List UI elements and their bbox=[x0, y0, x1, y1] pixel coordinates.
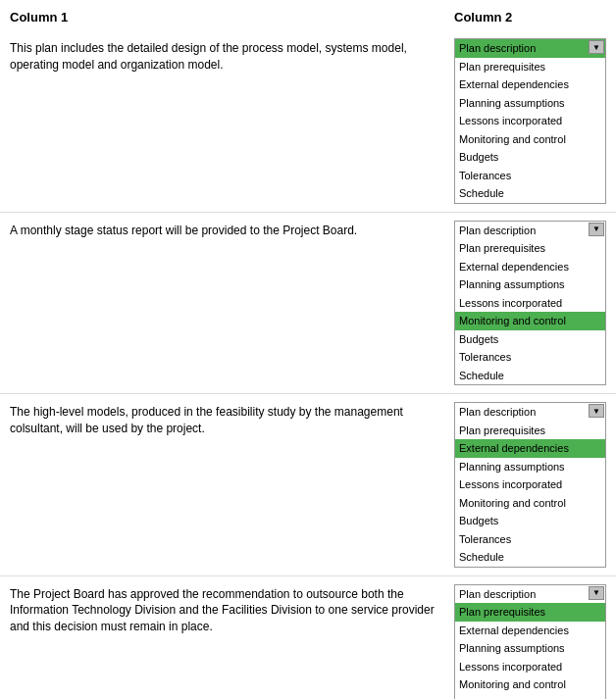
dropdown-item-1-3[interactable]: External dependencies bbox=[455, 75, 605, 94]
column1-header: Column 1 bbox=[10, 10, 454, 25]
data-row-2: A monthly stage status report will be pr… bbox=[0, 213, 616, 395]
dropdown-item-1-4[interactable]: Planning assumptions bbox=[455, 94, 605, 113]
col1-text-3: The high-level models, produced in the f… bbox=[10, 402, 454, 437]
dropdown-arrow-2[interactable]: ▼ bbox=[589, 223, 604, 236]
dropdown-item-2-4[interactable]: Planning assumptions bbox=[455, 275, 605, 294]
dropdown-item-1-6[interactable]: Monitoring and control bbox=[455, 130, 605, 149]
dropdown-item-2-1[interactable]: Plan description bbox=[455, 222, 605, 240]
dropdown-item-2-3[interactable]: External dependencies bbox=[455, 258, 605, 276]
dropdown-arrow-1[interactable]: ▼ bbox=[589, 40, 604, 54]
dropdown-arrow-3[interactable]: ▼ bbox=[589, 404, 604, 418]
dropdown-item-4-4[interactable]: Planning assumptions bbox=[455, 639, 605, 658]
dropdown-item-3-9[interactable]: Schedule bbox=[455, 548, 605, 567]
dropdown-item-3-1[interactable]: Plan description bbox=[455, 403, 605, 422]
dropdown-item-4-3[interactable]: External dependencies bbox=[455, 622, 605, 640]
col2-container-3: ▼Plan descriptionPlan prerequisitesExter… bbox=[454, 402, 606, 568]
dropdown-item-3-5[interactable]: Lessons incorporated bbox=[455, 475, 605, 494]
col2-container-1: ▼Plan descriptionPlan prerequisitesExter… bbox=[454, 38, 606, 204]
dropdown-item-3-6[interactable]: Monitoring and control bbox=[455, 494, 605, 513]
data-row-1: This plan includes the detailed design o… bbox=[0, 30, 616, 213]
page: Column 1 Column 2 This plan includes the… bbox=[0, 0, 616, 699]
dropdown-item-4-6[interactable]: Monitoring and control bbox=[455, 675, 605, 694]
dropdown-item-2-2[interactable]: Plan prerequisites bbox=[455, 239, 605, 258]
data-row-4: The Project Board has approved the recom… bbox=[0, 576, 616, 700]
dropdown-item-2-7[interactable]: Budgets bbox=[455, 330, 605, 349]
dropdown-3[interactable]: ▼Plan descriptionPlan prerequisitesExter… bbox=[454, 402, 606, 568]
rows-container: This plan includes the detailed design o… bbox=[0, 30, 616, 699]
dropdown-item-1-9[interactable]: Schedule bbox=[455, 184, 605, 203]
dropdown-arrow-4[interactable]: ▼ bbox=[589, 586, 604, 600]
dropdown-item-4-5[interactable]: Lessons incorporated bbox=[455, 658, 605, 676]
dropdown-item-1-1[interactable]: Plan description bbox=[455, 39, 605, 58]
data-row-3: The high-level models, produced in the f… bbox=[0, 394, 616, 576]
header-row: Column 1 Column 2 bbox=[0, 10, 616, 30]
dropdown-item-1-7[interactable]: Budgets bbox=[455, 148, 605, 167]
dropdown-item-3-3[interactable]: External dependencies bbox=[455, 439, 605, 458]
dropdown-item-4-2[interactable]: Plan prerequisites bbox=[455, 603, 605, 622]
dropdown-item-2-8[interactable]: Tolerances bbox=[455, 348, 605, 367]
dropdown-item-2-9[interactable]: Schedule bbox=[455, 367, 605, 385]
dropdown-item-4-1[interactable]: Plan description bbox=[455, 585, 605, 604]
dropdown-2[interactable]: ▼Plan descriptionPlan prerequisitesExter… bbox=[454, 221, 606, 386]
dropdown-item-3-7[interactable]: Budgets bbox=[455, 512, 605, 530]
col1-text-2: A monthly stage status report will be pr… bbox=[10, 221, 454, 239]
dropdown-item-4-7[interactable]: Budgets bbox=[455, 694, 605, 700]
col2-container-4: ▼Plan descriptionPlan prerequisitesExter… bbox=[454, 584, 606, 700]
col1-text-1: This plan includes the detailed design o… bbox=[10, 38, 454, 74]
dropdown-item-3-8[interactable]: Tolerances bbox=[455, 530, 605, 549]
dropdown-item-1-2[interactable]: Plan prerequisites bbox=[455, 58, 605, 76]
column2-header: Column 2 bbox=[454, 10, 606, 25]
dropdown-4[interactable]: ▼Plan descriptionPlan prerequisitesExter… bbox=[454, 584, 606, 700]
dropdown-item-3-2[interactable]: Plan prerequisites bbox=[455, 422, 605, 440]
dropdown-item-1-8[interactable]: Tolerances bbox=[455, 167, 605, 185]
col2-container-2: ▼Plan descriptionPlan prerequisitesExter… bbox=[454, 221, 606, 386]
dropdown-1[interactable]: ▼Plan descriptionPlan prerequisitesExter… bbox=[454, 38, 606, 204]
dropdown-item-2-6[interactable]: Monitoring and control bbox=[455, 312, 605, 330]
dropdown-item-1-5[interactable]: Lessons incorporated bbox=[455, 112, 605, 130]
dropdown-item-2-5[interactable]: Lessons incorporated bbox=[455, 294, 605, 313]
dropdown-item-3-4[interactable]: Planning assumptions bbox=[455, 458, 605, 476]
col1-text-4: The Project Board has approved the recom… bbox=[10, 584, 454, 635]
